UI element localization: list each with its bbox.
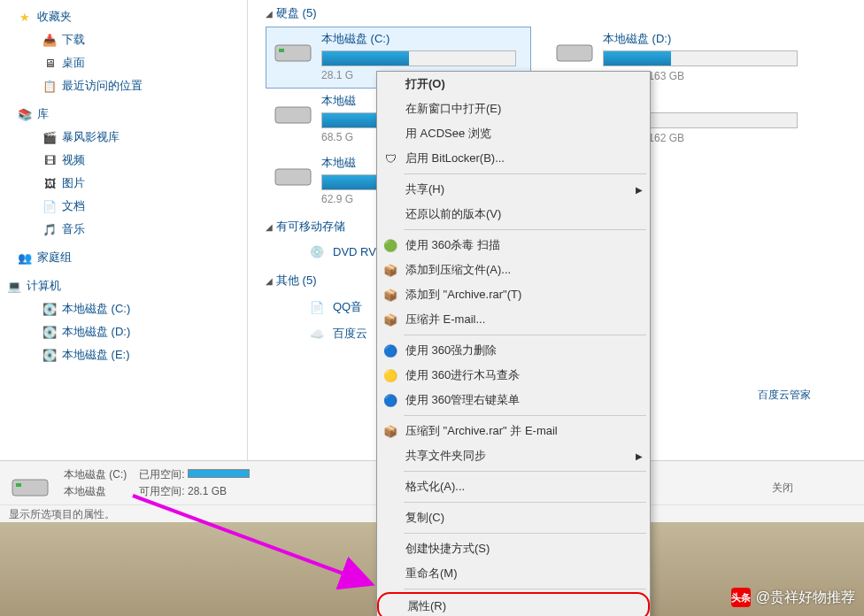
menu-open[interactable]: 打开(O) xyxy=(377,72,650,96)
video-icon: 🎞 xyxy=(42,153,57,167)
menu-separator xyxy=(404,229,646,230)
menu-copy[interactable]: 复制(C) xyxy=(377,505,650,530)
menu-add-archive-rar[interactable]: 📦添加到 "Archive.rar"(T) xyxy=(377,282,650,307)
menu-360scan-label: 使用 360杀毒 扫描 xyxy=(405,237,500,253)
menu-share-label: 共享(H) xyxy=(405,181,444,197)
computer-header[interactable]: 💻 计算机 xyxy=(0,274,247,297)
status-used-label: 已用空间: xyxy=(139,468,184,481)
computer-label: 计算机 xyxy=(27,278,61,294)
menu-share-sync-label: 共享文件夹同步 xyxy=(405,448,486,464)
archive-icon: 📦 xyxy=(382,287,398,303)
recent-icon: 📋 xyxy=(42,79,57,93)
dvd-label: DVD RV xyxy=(333,245,376,258)
menu-format[interactable]: 格式化(A)... xyxy=(377,474,650,499)
menu-properties[interactable]: 属性(R) xyxy=(377,592,650,616)
drive-icon xyxy=(272,155,314,190)
sidebar-downloads[interactable]: 📥 下载 xyxy=(0,28,247,51)
hard-disk-header[interactable]: ◢ 硬盘 (5) xyxy=(266,5,864,21)
menu-open-new-window-label: 在新窗口中打开(E) xyxy=(405,101,501,117)
sidebar-documents[interactable]: 📄 文档 xyxy=(0,195,247,218)
sidebar-drive-c[interactable]: 💽 本地磁盘 (C:) xyxy=(0,297,247,320)
menu-format-label: 格式化(A)... xyxy=(405,479,465,495)
drive-c-name: 本地磁盘 (C:) xyxy=(321,31,525,47)
sidebar-pictures[interactable]: 🖼 图片 xyxy=(0,172,247,195)
menu-compress-email[interactable]: 📦压缩并 E-mail... xyxy=(377,307,650,332)
menu-360-force-delete[interactable]: 🔵使用 360强力删除 xyxy=(377,338,650,363)
right-panel-label1: 百度云管家 xyxy=(758,388,811,403)
menu-separator xyxy=(404,502,646,503)
menu-separator xyxy=(404,471,646,472)
shield-icon: 🛡 xyxy=(382,150,398,166)
menu-360-manage-label: 使用 360管理右键菜单 xyxy=(405,392,520,408)
qqmusic-label: QQ音 xyxy=(333,299,362,315)
videolib-label: 暴风影视库 xyxy=(62,129,120,145)
capacity-bar xyxy=(603,50,798,66)
menu-acdsee[interactable]: 用 ACDSee 浏览 xyxy=(377,121,650,146)
documents-icon: 📄 xyxy=(42,199,57,213)
archive-icon: 📦 xyxy=(382,423,398,439)
menu-separator xyxy=(404,533,646,534)
sidebar-videolib[interactable]: 🎬 暴风影视库 xyxy=(0,126,247,149)
homegroup-header[interactable]: 👥 家庭组 xyxy=(0,246,247,269)
context-menu: 打开(O) 在新窗口中打开(E) 用 ACDSee 浏览 🛡启用 BitLock… xyxy=(376,71,651,616)
360-icon: 🔵 xyxy=(382,392,398,408)
file-icon: 📄 xyxy=(310,301,324,314)
menu-shortcut-label: 创建快捷方式(S) xyxy=(405,541,490,557)
menu-add-rar-label: 添加到 "Archive.rar"(T) xyxy=(405,287,521,303)
menu-360-trojanscan[interactable]: 🟡使用 360进行木马查杀 xyxy=(377,363,650,388)
recent-label: 最近访问的位置 xyxy=(62,78,143,94)
sidebar-videos[interactable]: 🎞 视频 xyxy=(0,149,247,172)
drive-icon xyxy=(553,31,596,66)
menu-bitlocker[interactable]: 🛡启用 BitLocker(B)... xyxy=(377,146,650,171)
svg-rect-0 xyxy=(275,45,311,61)
svg-rect-7 xyxy=(16,483,21,487)
menu-compress-rar-email[interactable]: 📦压缩到 "Archive.rar" 并 E-mail xyxy=(377,419,650,443)
capacity-bar xyxy=(321,50,516,66)
menu-share[interactable]: 共享(H)▶ xyxy=(377,177,650,202)
video-lib-icon: 🎬 xyxy=(42,130,57,144)
sidebar-recent[interactable]: 📋 最近访问的位置 xyxy=(0,74,247,97)
menu-compress-email-label: 压缩并 E-mail... xyxy=(405,312,485,327)
computer-icon: 💻 xyxy=(7,279,21,293)
sidebar-desktop[interactable]: 🖥 桌面 xyxy=(0,51,247,74)
cloud-icon: ☁️ xyxy=(310,327,324,341)
hint-text: 显示所选项目的属性。 xyxy=(9,508,115,520)
menu-add-archive-label: 添加到压缩文件(A)... xyxy=(405,262,511,278)
menu-add-archive[interactable]: 📦添加到压缩文件(A)... xyxy=(377,258,650,282)
sidebar-drive-e[interactable]: 💽 本地磁盘 (E:) xyxy=(0,343,247,366)
360-icon: 🔵 xyxy=(382,343,398,358)
menu-restore-previous[interactable]: 还原以前的版本(V) xyxy=(377,202,650,227)
sidebar-drive-d[interactable]: 💽 本地磁盘 (D:) xyxy=(0,320,247,343)
svg-rect-5 xyxy=(275,169,311,185)
status-drive-type: 本地磁盘 xyxy=(64,484,127,499)
libraries-label: 库 xyxy=(37,106,49,122)
menu-separator xyxy=(404,335,646,335)
menu-open-new-window[interactable]: 在新窗口中打开(E) xyxy=(377,96,650,121)
menu-create-shortcut[interactable]: 创建快捷方式(S) xyxy=(377,536,650,561)
menu-separator xyxy=(404,173,646,174)
favorites-header[interactable]: ★ 收藏夹 xyxy=(0,5,247,28)
videos-label: 视频 xyxy=(62,152,85,168)
drive-c-label: 本地磁盘 (C:) xyxy=(62,301,130,317)
drive-icon xyxy=(272,31,314,66)
dvd-icon: 💿 xyxy=(310,245,324,258)
disk-icon: 💽 xyxy=(42,302,57,316)
menu-share-folder-sync[interactable]: 共享文件夹同步▶ xyxy=(377,443,650,468)
drive-d-name: 本地磁盘 (D:) xyxy=(603,31,806,47)
svg-rect-2 xyxy=(557,45,592,61)
menu-360scan[interactable]: 🟢使用 360杀毒 扫描 xyxy=(377,233,650,258)
navigation-sidebar: ★ 收藏夹 📥 下载 🖥 桌面 📋 最近访问的位置 📚 库 🎬 暴风影视库 🎞 … xyxy=(0,0,248,460)
sidebar-music[interactable]: 🎵 音乐 xyxy=(0,218,247,241)
pictures-icon: 🖼 xyxy=(42,176,57,190)
desktop-icon: 🖥 xyxy=(42,56,57,70)
documents-label: 文档 xyxy=(62,198,85,214)
libraries-header[interactable]: 📚 库 xyxy=(0,103,247,126)
svg-rect-3 xyxy=(275,107,311,123)
archive-icon: 📦 xyxy=(382,262,398,278)
menu-360-manage-context[interactable]: 🔵使用 360管理右键菜单 xyxy=(377,388,650,412)
watermark-text: @贵祥好物推荐 xyxy=(756,589,855,607)
status-free-value: 28.1 GB xyxy=(188,485,227,497)
menu-rename[interactable]: 重命名(M) xyxy=(377,561,650,586)
drive-d-label: 本地磁盘 (D:) xyxy=(62,324,130,340)
collapse-icon: ◢ xyxy=(266,9,273,19)
